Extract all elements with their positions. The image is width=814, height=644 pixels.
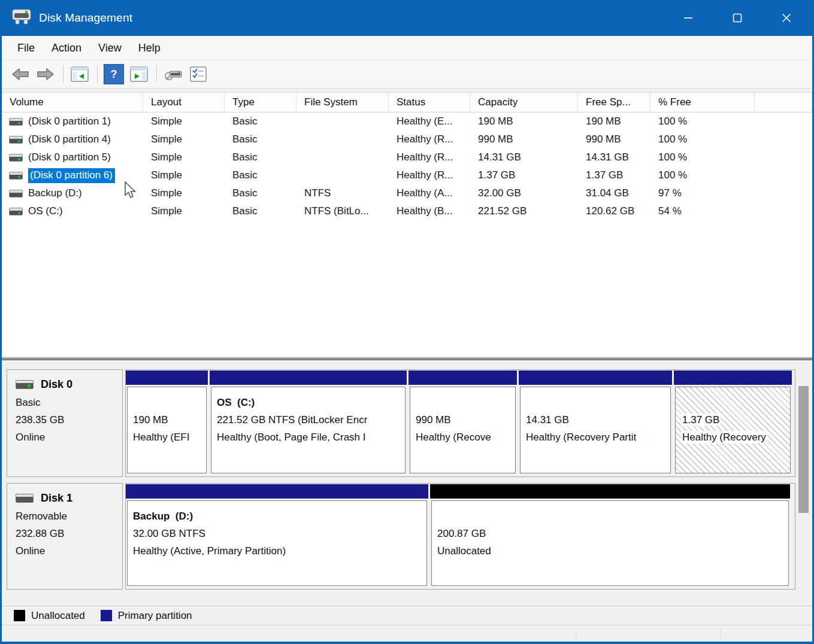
primary-partition-swatch — [101, 610, 112, 621]
pane-splitter[interactable] — [2, 357, 812, 363]
partition-recovery-990mb[interactable]: 990 MB Healthy (Recove — [408, 370, 517, 476]
status-bar — [2, 625, 812, 644]
disk-0-label-panel[interactable]: Disk 0 Basic 238.35 GB Online — [7, 369, 123, 477]
statusbar-divider — [576, 629, 576, 644]
disk-state: Online — [16, 542, 122, 560]
disk-1-row: Disk 1 Removable 232.88 GB Online Backup… — [7, 483, 795, 590]
disk-name: Disk 0 — [41, 378, 72, 391]
volume-icon — [9, 172, 23, 180]
maximize-icon[interactable] — [722, 0, 752, 36]
menu-action[interactable]: Action — [43, 38, 90, 58]
volume-cell: Backup (D:) — [2, 187, 143, 199]
toolbar-divider — [156, 65, 157, 83]
toolbar: ? — [2, 60, 812, 89]
menu-help[interactable]: Help — [130, 38, 169, 58]
column-header-free-space[interactable]: Free Sp... — [578, 93, 650, 112]
volume-cell: (Disk 0 partition 6) — [2, 168, 143, 183]
volume-list: Volume Layout Type File System Status Ca… — [2, 92, 812, 356]
disk-0-row: Disk 0 Basic 238.35 GB Online 190 MB Hea… — [7, 369, 795, 477]
column-header-capacity[interactable]: Capacity — [470, 93, 578, 112]
table-row[interactable]: Backup (D:) Simple Basic NTFS Healthy (A… — [2, 184, 812, 202]
disk-icon — [16, 380, 34, 389]
partition-os-c[interactable]: OS (C:) 221.52 GB NTFS (BitLocker Encr H… — [210, 370, 407, 476]
volume-icon — [9, 118, 23, 126]
partition-recovery-1gb-selected[interactable]: 1.37 GB Healthy (Recovery — [674, 370, 792, 476]
title-bar: Disk Management — [2, 0, 812, 36]
toolbar-divider — [63, 65, 63, 83]
volume-cell: OS (C:) — [2, 205, 143, 217]
partition-color-bar — [126, 484, 428, 499]
table-row-selected[interactable]: (Disk 0 partition 6) Simple Basic Health… — [2, 166, 812, 184]
volume-cell: (Disk 0 partition 5) — [2, 151, 143, 163]
disk-0-partitions: 190 MB Healthy (EFI OS (C:) 221.52 GB NT… — [125, 369, 795, 477]
partition-recovery-14gb[interactable]: 14.31 GB Healthy (Recovery Partit — [519, 370, 672, 476]
back-icon[interactable] — [10, 64, 31, 84]
partition-color-bar — [519, 370, 672, 385]
partition-color-bar — [674, 370, 792, 385]
checklist-icon[interactable] — [188, 64, 208, 84]
partition-color-bar — [408, 370, 517, 385]
legend-primary-partition: Primary partition — [101, 610, 192, 622]
volume-icon — [9, 154, 23, 162]
scrollbar-thumb[interactable] — [798, 386, 809, 513]
column-header-pct-free[interactable]: % Free — [650, 93, 755, 112]
console-tree-icon[interactable] — [69, 64, 90, 84]
partition-unallocated[interactable]: 200.87 GB Unallocated — [430, 484, 790, 589]
disk-drive-icon — [11, 8, 32, 28]
close-icon[interactable] — [771, 0, 801, 36]
partition-color-bar — [210, 370, 407, 385]
disk-icon — [16, 494, 34, 503]
svg-text:?: ? — [111, 68, 117, 80]
column-header-volume[interactable]: Volume — [2, 93, 143, 112]
table-row[interactable]: (Disk 0 partition 1) Simple Basic Health… — [2, 113, 812, 130]
legend-unallocated: Unallocated — [14, 610, 85, 622]
column-header-status[interactable]: Status — [389, 93, 470, 112]
disk-kind: Basic — [16, 394, 122, 411]
volume-icon — [9, 190, 23, 198]
unallocated-swatch — [14, 610, 25, 621]
volume-cell: (Disk 0 partition 1) — [2, 116, 143, 127]
volume-list-header: Volume Layout Type File System Status Ca… — [2, 93, 812, 113]
volume-icon — [9, 208, 23, 215]
disk-1-partitions: Backup (D:) 32.00 GB NTFS Healthy (Activ… — [125, 483, 795, 590]
statusbar-divider — [721, 629, 721, 644]
disk-management-window: Disk Management File Action View Help — [0, 0, 814, 644]
partition-color-bar — [126, 370, 208, 385]
menu-bar: File Action View Help — [2, 36, 812, 60]
column-header-file-system[interactable]: File System — [296, 93, 389, 112]
minimize-icon[interactable] — [673, 0, 703, 36]
column-header-type[interactable]: Type — [225, 93, 296, 112]
volume-cell: (Disk 0 partition 4) — [2, 133, 143, 145]
forward-icon[interactable] — [35, 64, 56, 84]
table-row[interactable]: OS (C:) Simple Basic NTFS (BitLo... Heal… — [2, 202, 812, 220]
disk-1-label-panel[interactable]: Disk 1 Removable 232.88 GB Online — [7, 483, 123, 590]
action-pane-icon[interactable] — [129, 64, 149, 84]
table-row[interactable]: (Disk 0 partition 5) Simple Basic Health… — [2, 148, 812, 166]
table-row[interactable]: (Disk 0 partition 4) Simple Basic Health… — [2, 130, 812, 148]
menu-view[interactable]: View — [90, 38, 130, 58]
menu-file[interactable]: File — [9, 38, 43, 58]
disk-state: Online — [16, 429, 122, 446]
volume-icon — [9, 136, 23, 144]
partition-color-bar — [430, 484, 790, 499]
partition-efi[interactable]: 190 MB Healthy (EFI — [126, 370, 208, 476]
partition-backup-d[interactable]: Backup (D:) 32.00 GB NTFS Healthy (Activ… — [126, 484, 428, 589]
column-header-layout[interactable]: Layout — [143, 93, 225, 112]
column-header-filler — [755, 93, 812, 112]
disk-name: Disk 1 — [41, 492, 72, 505]
toolbar-divider — [97, 65, 98, 83]
selected-volume-label: (Disk 0 partition 6) — [28, 168, 115, 183]
disk-scan-icon[interactable] — [163, 64, 183, 84]
vertical-scrollbar[interactable] — [798, 372, 809, 603]
legend-bar: Unallocated Primary partition — [2, 606, 812, 625]
window-title: Disk Management — [39, 11, 132, 25]
disk-size: 232.88 GB — [16, 525, 122, 542]
help-icon[interactable]: ? — [104, 64, 124, 84]
graphical-view: Disk 0 Basic 238.35 GB Online 190 MB Hea… — [2, 369, 812, 606]
disk-kind: Removable — [16, 508, 122, 525]
disk-size: 238.35 GB — [16, 411, 122, 429]
